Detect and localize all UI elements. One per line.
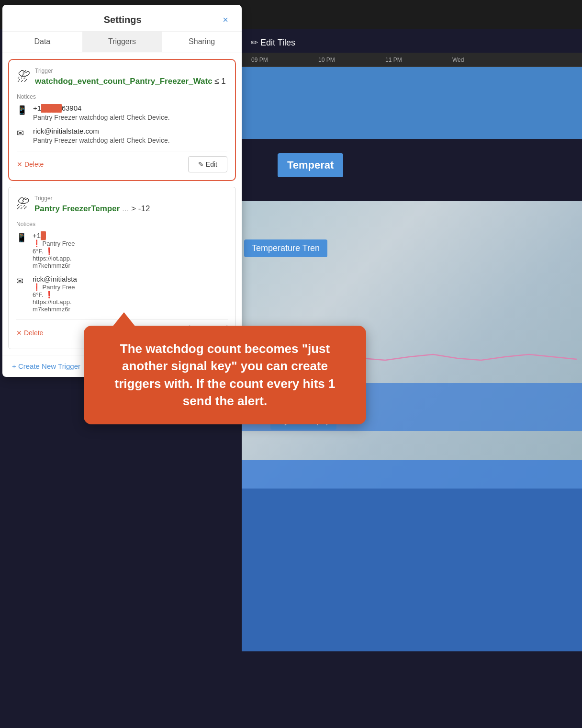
trigger-icon-row-1: ⛈ Trigger watchdog_event_count_Pantry_Fr… [17,68,227,87]
settings-title: Settings [26,14,219,25]
chart-block-1 [242,67,582,139]
trigger-info-1: Trigger watchdog_event_count_Pantry_Free… [35,68,226,87]
time-marker-3: 11 PM [385,57,402,63]
trigger-label-2: Trigger [34,195,150,202]
redacted-2: █ [41,231,46,239]
trigger-label-1: Trigger [35,68,226,74]
trigger-name-2: Pantry FreezerTemper [34,204,120,213]
edit-tiles-button[interactable]: ✏ Edit Tiles [245,34,301,52]
trigger-cloud-icon-1: ⛈ [17,68,30,84]
notice-details-2-2: rick@initialsta ❗ Pantry Free 6°F. ❗ htt… [33,275,77,313]
notice-contact-2-1: +1█ [33,231,75,239]
exclaim-2: ❗ [45,247,53,255]
trigger-name-condition-2: Pantry FreezerTemper … > -12 [34,204,150,214]
tab-sharing[interactable]: Sharing [162,32,242,53]
notice-contact-1-2: rick@initialstate.com [33,127,170,135]
delete-button-1[interactable]: ✕ Delete [17,160,44,168]
email-icon-2: ✉ [16,276,28,286]
settings-tabs: Data Triggers Sharing [2,32,242,53]
notice-details-1-1: +1████63904 Pantry Freezer watchdog aler… [33,104,170,121]
temp-label: Temperat [278,153,343,177]
trigger-card-footer-1: ✕ Delete ✎ Edit [17,151,227,172]
phone-icon-1: 📱 [17,105,28,115]
trigger-name-condition-1: watchdog_event_count_Pantry_Freezer_Watc… [35,76,226,87]
trigger-name-truncate: … [122,205,129,213]
notices-section-1: Notices 📱 +1████63904 Pantry Freezer wat… [17,93,227,144]
notice-item-2-1: 📱 +1█ ❗ Pantry Free 6°F. ❗ https://iot.a… [16,231,228,269]
notice-details-1-2: rick@initialstate.com Pantry Freezer wat… [33,127,170,144]
notices-section-2: Notices 📱 +1█ ❗ Pantry Free 6°F. ❗ https… [16,221,228,313]
notice-item-1-1: 📱 +1████63904 Pantry Freezer watchdog al… [17,104,227,121]
exclaim-3: ❗ [33,283,41,291]
trigger-icon-row-2: ⛈ Trigger Pantry FreezerTemper … > -12 [16,195,228,214]
notice-item-2-2: ✉ rick@initialsta ❗ Pantry Free 6°F. ❗ h… [16,275,228,313]
tab-data[interactable]: Data [2,32,82,53]
trigger-name-1: watchdog_event_count_Pantry_Freezer_Watc [35,77,213,86]
redacted-number: ████ [41,104,62,112]
edit-button-1[interactable]: ✎ Edit [188,156,227,172]
notice-message-1-2: Pantry Freezer watchdog alert! Check Dev… [33,136,170,144]
phone-icon-2: 📱 [16,232,28,243]
notice-contact-2-2: rick@initialsta [33,275,77,283]
notice-item-1-2: ✉ rick@initialstate.com Pantry Freezer w… [17,127,227,144]
exclaim-4: ❗ [45,291,53,298]
temp-trend-label: Temperature Tren [244,239,327,257]
notice-message-2-1: ❗ Pantry Free 6°F. ❗ https://iot.app. m7… [33,239,75,269]
trigger-cloud-icon-2: ⛈ [16,196,30,212]
email-icon-1: ✉ [17,128,28,138]
notice-message-1-1: Pantry Freezer watchdog alert! Check Dev… [33,114,170,121]
notice-details-2-1: +1█ ❗ Pantry Free 6°F. ❗ https://iot.app… [33,231,75,269]
trigger-condition-2: > -12 [131,204,150,213]
trigger-condition-1: ≤ 1 [214,77,226,86]
time-marker-1: 09 PM [251,57,268,63]
settings-header: Settings × [2,5,242,32]
delete-button-2[interactable]: ✕ Delete [16,329,43,337]
notices-label-2: Notices [16,221,228,228]
time-ruler: 09 PM 10 PM 11 PM Wed [242,53,582,67]
time-marker-2: 10 PM [318,57,335,63]
notice-message-2-2: ❗ Pantry Free 6°F. ❗ https://iot.app. m7… [33,283,77,313]
create-trigger-button[interactable]: + Create New Trigger [12,362,80,370]
exclaim-1: ❗ [33,239,41,247]
trigger-info-2: Trigger Pantry FreezerTemper … > -12 [34,195,150,214]
trigger-card-1: ⛈ Trigger watchdog_event_count_Pantry_Fr… [8,59,236,181]
notice-contact-1-1: +1████63904 [33,104,170,112]
chart-block-3 [242,460,582,651]
close-button[interactable]: × [219,12,232,27]
tab-triggers[interactable]: Triggers [82,32,162,53]
time-marker-4: Wed [452,57,464,63]
notices-label-1: Notices [17,93,227,100]
callout-bubble: The watchdog count becomes "just another… [84,326,366,424]
